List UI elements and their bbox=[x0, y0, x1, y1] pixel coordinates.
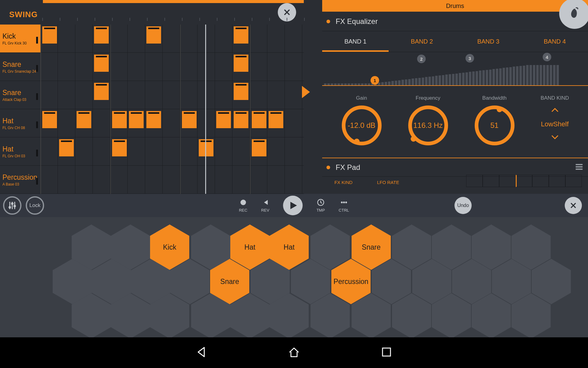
grid-cell[interactable] bbox=[58, 109, 75, 137]
drum-pad-snare[interactable]: Snare bbox=[210, 259, 249, 304]
grid-cell[interactable] bbox=[93, 25, 110, 53]
drum-pad-empty[interactable] bbox=[472, 293, 511, 339]
note[interactable] bbox=[146, 26, 161, 44]
note[interactable] bbox=[252, 139, 266, 156]
grid-cell[interactable] bbox=[163, 137, 180, 166]
grid-cell[interactable] bbox=[267, 53, 285, 81]
grid-cell[interactable] bbox=[145, 53, 163, 81]
grid-cell[interactable] bbox=[267, 81, 285, 109]
grid-cell[interactable] bbox=[75, 81, 93, 109]
track-item-kick[interactable]: KickFL Grv Kick 30 bbox=[0, 25, 40, 53]
grid-cell[interactable] bbox=[198, 81, 215, 109]
note[interactable] bbox=[216, 111, 231, 128]
record-button[interactable]: REC bbox=[239, 199, 247, 213]
sequencer-top-track[interactable] bbox=[43, 0, 304, 3]
track-item-hat[interactable]: HatFL Grv CH 08 bbox=[0, 109, 40, 137]
grid-cell[interactable] bbox=[285, 25, 302, 53]
grid-cell[interactable] bbox=[145, 137, 163, 166]
grid-cell[interactable] bbox=[267, 137, 285, 166]
grid-cell[interactable] bbox=[215, 25, 232, 53]
grid-cell[interactable] bbox=[128, 137, 145, 166]
fx-kind-label[interactable]: FX KIND bbox=[334, 180, 352, 185]
grid-cell[interactable] bbox=[163, 81, 180, 109]
note[interactable] bbox=[252, 111, 266, 128]
fx-pad-mini-grid[interactable] bbox=[466, 175, 582, 187]
grid-cell[interactable] bbox=[145, 81, 163, 109]
grid-cell[interactable] bbox=[180, 81, 198, 109]
grid-cell[interactable] bbox=[58, 25, 75, 53]
note[interactable] bbox=[234, 26, 248, 44]
grid-cell[interactable] bbox=[93, 81, 110, 109]
grid-cell[interactable] bbox=[128, 166, 145, 194]
rewind-button[interactable]: REV bbox=[261, 199, 270, 213]
lock-button[interactable]: Lock bbox=[26, 196, 44, 215]
note[interactable] bbox=[234, 83, 248, 100]
grid-cell[interactable] bbox=[75, 53, 93, 81]
grid-cell[interactable] bbox=[163, 25, 180, 53]
close-pads-button[interactable] bbox=[565, 197, 582, 214]
grid-cell[interactable] bbox=[110, 109, 128, 137]
grid-cell[interactable] bbox=[232, 109, 250, 137]
drum-pad-empty[interactable] bbox=[111, 293, 150, 339]
grid-cell[interactable] bbox=[93, 109, 110, 137]
grid-cell[interactable] bbox=[232, 81, 250, 109]
fx-pad-menu-button[interactable] bbox=[575, 162, 584, 173]
grid-cell[interactable] bbox=[232, 25, 250, 53]
band-tab-3[interactable]: BAND 3 bbox=[455, 31, 522, 52]
note[interactable] bbox=[59, 139, 74, 156]
grid-cell[interactable] bbox=[163, 109, 180, 137]
grid-cell[interactable] bbox=[128, 81, 145, 109]
expand-arrow-icon[interactable] bbox=[302, 86, 310, 98]
drum-pad-kick[interactable]: Kick bbox=[150, 224, 189, 270]
grid-cell[interactable] bbox=[250, 166, 267, 194]
eq-node-3[interactable]: 3 bbox=[466, 54, 474, 63]
grid-cell[interactable] bbox=[250, 53, 267, 81]
drum-pad-empty[interactable] bbox=[511, 293, 551, 339]
note[interactable] bbox=[77, 111, 91, 128]
play-button[interactable] bbox=[283, 196, 303, 215]
grid-cell[interactable] bbox=[215, 109, 232, 137]
grid-cell[interactable] bbox=[145, 25, 163, 53]
grid-cell[interactable] bbox=[198, 166, 215, 194]
note[interactable] bbox=[94, 26, 109, 44]
note[interactable] bbox=[42, 111, 57, 128]
band-tab-1[interactable]: BAND 1 bbox=[322, 31, 389, 52]
grid-cell[interactable] bbox=[40, 53, 58, 81]
sequencer-grid[interactable] bbox=[40, 25, 304, 194]
grid-cell[interactable] bbox=[285, 81, 302, 109]
note[interactable] bbox=[199, 139, 213, 156]
drum-pad-empty[interactable] bbox=[432, 293, 471, 339]
grid-cell[interactable] bbox=[40, 81, 58, 109]
grid-cell[interactable] bbox=[145, 109, 163, 137]
drum-pad-empty[interactable] bbox=[72, 293, 111, 339]
grid-cell[interactable] bbox=[110, 137, 128, 166]
note[interactable] bbox=[146, 111, 161, 128]
eq-node-1[interactable]: 1 bbox=[371, 76, 379, 85]
grid-cell[interactable] bbox=[215, 166, 232, 194]
grid-cell[interactable] bbox=[93, 166, 110, 194]
grid-cell[interactable] bbox=[198, 109, 215, 137]
grid-cell[interactable] bbox=[145, 166, 163, 194]
tempo-button[interactable]: TMP bbox=[316, 199, 325, 213]
gain-knob[interactable]: -12.0 dB bbox=[342, 105, 382, 145]
grid-cell[interactable] bbox=[75, 25, 93, 53]
mixer-button[interactable] bbox=[3, 196, 21, 215]
grid-cell[interactable] bbox=[232, 137, 250, 166]
grid-cell[interactable] bbox=[267, 166, 285, 194]
grid-cell[interactable] bbox=[110, 53, 128, 81]
note[interactable] bbox=[269, 111, 283, 128]
band-tab-4[interactable]: BAND 4 bbox=[522, 31, 588, 52]
grid-cell[interactable] bbox=[232, 166, 250, 194]
lfo-rate-label[interactable]: LFO RATE bbox=[377, 180, 399, 185]
grid-cell[interactable] bbox=[267, 25, 285, 53]
grid-cell[interactable] bbox=[128, 25, 145, 53]
grid-cell[interactable] bbox=[163, 166, 180, 194]
grid-cell[interactable] bbox=[267, 109, 285, 137]
frequency-knob[interactable]: 116.3 Hz bbox=[408, 105, 448, 145]
grid-cell[interactable] bbox=[58, 53, 75, 81]
eq-graph[interactable]: 1234 bbox=[322, 52, 588, 86]
grid-cell[interactable] bbox=[75, 137, 93, 166]
grid-cell[interactable] bbox=[285, 166, 302, 194]
grid-cell[interactable] bbox=[75, 109, 93, 137]
grid-cell[interactable] bbox=[40, 109, 58, 137]
